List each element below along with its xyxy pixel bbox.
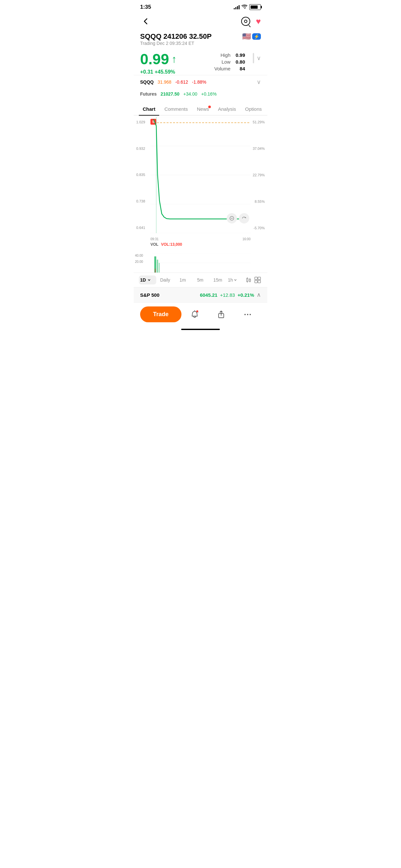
- nav-icons: [181, 307, 261, 321]
- svg-rect-23: [249, 279, 251, 281]
- timeframe-1d[interactable]: 1D: [139, 275, 156, 284]
- news-notification-dot: [208, 105, 211, 108]
- svg-point-35: [247, 314, 248, 315]
- status-time: 1:35: [140, 4, 151, 10]
- bottom-nav: Trade: [134, 302, 267, 326]
- alert-button[interactable]: [188, 307, 202, 321]
- price-right: High 0.99 Low 0.80 Volume 84: [212, 51, 248, 72]
- y-label-1: 1.029: [135, 120, 150, 124]
- svg-rect-17: [157, 259, 158, 273]
- tab-options[interactable]: Options: [241, 103, 266, 115]
- status-icons: 84: [234, 4, 261, 10]
- y-label-2: 0.932: [135, 147, 150, 151]
- flag-icons: 🇺🇸 ⚡: [242, 32, 261, 41]
- volume-chart-section: 40.00 20.00: [134, 252, 267, 273]
- volume-area: VOL VOL:13,000: [150, 242, 251, 252]
- trade-button[interactable]: Trade: [140, 306, 181, 322]
- ticker-label: SQQQ: [140, 80, 154, 85]
- tab-chart[interactable]: Chart: [139, 103, 159, 115]
- lightning-badge: ⚡: [252, 33, 261, 40]
- timeframe-1m[interactable]: 1m: [174, 275, 191, 284]
- svg-rect-27: [258, 277, 260, 280]
- chart-reset-button[interactable]: [239, 213, 249, 223]
- y-label-5: 0.641: [135, 226, 150, 230]
- chart-type-candle-button[interactable]: [244, 275, 253, 284]
- tab-comments[interactable]: Comments: [160, 103, 192, 115]
- ticker-change-pct: -1.88%: [192, 80, 206, 85]
- volume-chart-svg: [152, 253, 251, 273]
- y-pct-2: 37.04%: [251, 147, 266, 151]
- wifi-icon: [242, 4, 247, 10]
- y-axis-left: 1.029 0.932 0.835 0.738 0.641: [134, 117, 150, 233]
- y-label-4: 0.738: [135, 199, 150, 204]
- y-pct-5: -5.70%: [251, 226, 266, 230]
- share-button[interactable]: [214, 307, 228, 321]
- timeframe-15m[interactable]: 15m: [209, 275, 226, 284]
- chart-indicators-button[interactable]: [253, 275, 262, 284]
- stock-title: SQQQ 241206 32.50P: [140, 32, 212, 41]
- y-axis-right: 51.29% 37.04% 22.79% 8.55% -5.70%: [251, 117, 267, 233]
- svg-point-34: [244, 314, 246, 315]
- vol-label: VOL: [150, 242, 158, 247]
- ticker-price: 31.968: [158, 80, 172, 85]
- y-label-3: 0.835: [135, 173, 150, 177]
- svg-rect-28: [255, 280, 257, 283]
- futures-price: 21027.50: [160, 91, 179, 97]
- chart-svg-area: S: [150, 117, 251, 233]
- vol-value: VOL:13,000: [161, 242, 182, 247]
- home-indicator: [134, 326, 267, 334]
- underlying-ticker-row: SQQQ 31.968 -0.612 -1.88% ∨: [134, 75, 267, 89]
- low-value: 0.80: [233, 58, 248, 65]
- price-change: +0.31 +45.59%: [140, 69, 212, 75]
- status-bar: 1:35 84: [134, 0, 267, 13]
- svg-rect-20: [247, 278, 248, 282]
- volume-value: 84: [233, 65, 248, 72]
- timeframe-1h[interactable]: 1h: [227, 275, 244, 284]
- sp500-expand-icon[interactable]: ∧: [257, 291, 261, 299]
- search-button[interactable]: [241, 17, 250, 26]
- futures-row: Futures 21027.50 +34.00 +0.16%: [134, 89, 267, 100]
- tab-analysis[interactable]: Analysis: [214, 103, 240, 115]
- price-section: 0.99 ↑ +0.31 +45.59% High 0.99 Low 0.80 …: [134, 51, 267, 75]
- svg-point-32: [196, 310, 198, 312]
- x-label-start: 09:31: [150, 237, 158, 241]
- futures-change: +34.00: [183, 91, 197, 97]
- price-left: 0.99 ↑ +0.31 +45.59%: [140, 51, 212, 75]
- vol-bars: [152, 253, 251, 273]
- high-label: High: [212, 52, 233, 58]
- x-axis-labels: 09:31 16:00: [150, 237, 251, 241]
- svg-rect-0: [253, 53, 254, 63]
- home-bar: [181, 329, 220, 330]
- favorite-button[interactable]: ♥: [256, 17, 261, 27]
- timeframe-5m[interactable]: 5m: [191, 275, 209, 284]
- ticker-change: -0.612: [175, 80, 188, 85]
- svg-rect-29: [258, 280, 260, 283]
- chart-action-buttons: [227, 213, 249, 223]
- sp500-label: S&P 500: [140, 292, 197, 298]
- scroll-handle-icon: [250, 52, 257, 65]
- chevron-down-icon: ∨: [257, 55, 261, 62]
- timeframe-bar: 1D Daily 1m 5m 15m 1h: [134, 273, 267, 287]
- vol-y-labels: 40.00 20.00: [135, 253, 152, 264]
- tab-news[interactable]: News: [193, 103, 213, 115]
- tabs-row: Chart Comments News Analysis Options: [134, 103, 267, 116]
- stock-info: SQQQ 241206 32.50P 🇺🇸 ⚡ Trading Dec 2 09…: [134, 31, 267, 46]
- more-options-button[interactable]: [241, 307, 255, 321]
- header-action-icons: ♥: [241, 17, 261, 27]
- sub-ticker-chevron-icon[interactable]: ∨: [257, 79, 261, 86]
- battery-icon: 84: [249, 4, 261, 10]
- timeframe-daily[interactable]: Daily: [156, 275, 174, 284]
- y-pct-4: 8.55%: [251, 199, 266, 204]
- svg-point-36: [250, 314, 251, 315]
- sp500-row: S&P 500 6045.21 +12.83 +0.21% ∧: [134, 287, 267, 302]
- sp500-change-pct: +0.21%: [238, 292, 254, 298]
- chart-scale-button[interactable]: [227, 213, 237, 223]
- svg-rect-19: [155, 269, 156, 273]
- y-pct-1: 51.29%: [251, 120, 266, 124]
- signal-bars-icon: [234, 5, 240, 9]
- back-button[interactable]: [140, 16, 152, 27]
- svg-rect-18: [159, 263, 160, 273]
- x-label-end: 16:00: [243, 237, 251, 241]
- stock-subtitle: Trading Dec 2 09:35:24 ET: [140, 41, 261, 46]
- main-price: 0.99 ↑: [140, 51, 212, 68]
